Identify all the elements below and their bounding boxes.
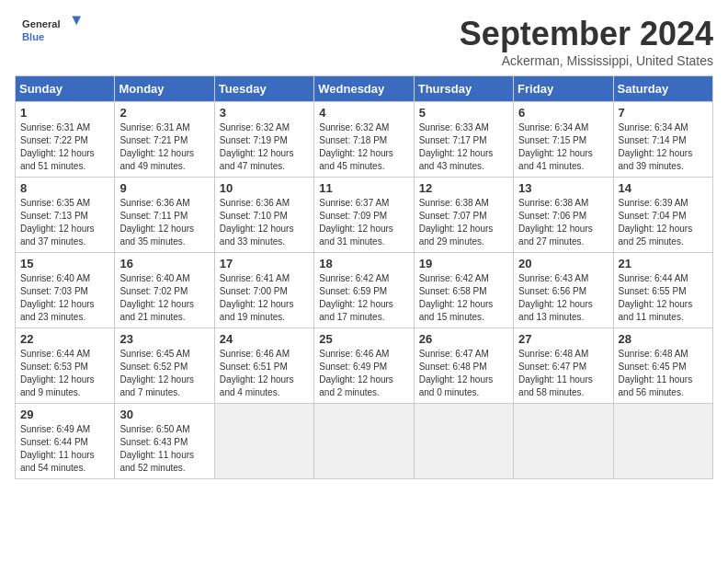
day-cell: 19Sunrise: 6:42 AMSunset: 6:58 PMDayligh… bbox=[414, 253, 513, 328]
day-cell: 9Sunrise: 6:36 AMSunset: 7:11 PMDaylight… bbox=[115, 178, 214, 253]
day-cell bbox=[613, 404, 712, 479]
day-cell: 21Sunrise: 6:44 AMSunset: 6:55 PMDayligh… bbox=[613, 253, 712, 328]
week-row-1: 8Sunrise: 6:35 AMSunset: 7:13 PMDaylight… bbox=[16, 178, 713, 253]
day-number: 8 bbox=[20, 181, 109, 195]
day-cell: 20Sunrise: 6:43 AMSunset: 6:56 PMDayligh… bbox=[514, 253, 613, 328]
week-row-2: 15Sunrise: 6:40 AMSunset: 7:03 PMDayligh… bbox=[16, 253, 713, 328]
day-info: Sunrise: 6:47 AMSunset: 6:48 PMDaylight:… bbox=[419, 348, 508, 399]
svg-marker-2 bbox=[72, 17, 81, 26]
day-info: Sunrise: 6:36 AMSunset: 7:10 PMDaylight:… bbox=[220, 197, 309, 248]
day-info: Sunrise: 6:46 AMSunset: 6:49 PMDaylight:… bbox=[319, 348, 408, 399]
day-cell: 8Sunrise: 6:35 AMSunset: 7:13 PMDaylight… bbox=[16, 178, 115, 253]
day-number: 30 bbox=[119, 408, 209, 421]
day-cell bbox=[514, 404, 613, 479]
day-info: Sunrise: 6:32 AMSunset: 7:19 PMDaylight:… bbox=[220, 121, 309, 173]
day-number: 12 bbox=[419, 181, 508, 195]
location: Ackerman, Mississippi, United States bbox=[460, 53, 713, 68]
day-cell: 7Sunrise: 6:34 AMSunset: 7:14 PMDaylight… bbox=[613, 102, 712, 178]
day-info: Sunrise: 6:38 AMSunset: 7:07 PMDaylight:… bbox=[419, 197, 508, 248]
day-number: 27 bbox=[518, 332, 608, 346]
day-number: 9 bbox=[119, 181, 209, 195]
day-cell: 4Sunrise: 6:32 AMSunset: 7:18 PMDaylight… bbox=[314, 102, 414, 178]
day-info: Sunrise: 6:46 AMSunset: 6:51 PMDaylight:… bbox=[220, 348, 309, 399]
day-cell: 5Sunrise: 6:33 AMSunset: 7:17 PMDaylight… bbox=[414, 102, 513, 178]
day-number: 20 bbox=[518, 257, 608, 270]
day-info: Sunrise: 6:33 AMSunset: 7:17 PMDaylight:… bbox=[419, 121, 508, 173]
day-info: Sunrise: 6:38 AMSunset: 7:06 PMDaylight:… bbox=[518, 197, 608, 248]
svg-text:General: General bbox=[22, 18, 61, 29]
day-number: 24 bbox=[220, 332, 309, 346]
day-cell: 30Sunrise: 6:50 AMSunset: 6:43 PMDayligh… bbox=[115, 404, 214, 479]
day-cell: 3Sunrise: 6:32 AMSunset: 7:19 PMDaylight… bbox=[214, 102, 313, 178]
day-number: 22 bbox=[20, 332, 109, 346]
day-number: 16 bbox=[119, 257, 209, 270]
week-row-4: 29Sunrise: 6:49 AMSunset: 6:44 PMDayligh… bbox=[16, 404, 713, 479]
day-info: Sunrise: 6:40 AMSunset: 7:03 PMDaylight:… bbox=[20, 272, 109, 324]
day-number: 21 bbox=[619, 257, 708, 270]
day-info: Sunrise: 6:43 AMSunset: 6:56 PMDaylight:… bbox=[518, 272, 608, 324]
day-number: 17 bbox=[220, 257, 309, 270]
day-cell: 28Sunrise: 6:48 AMSunset: 6:45 PMDayligh… bbox=[613, 328, 712, 404]
header-cell-friday: Friday bbox=[514, 76, 613, 102]
header-cell-sunday: Sunday bbox=[16, 76, 115, 102]
day-number: 6 bbox=[518, 106, 608, 120]
day-cell: 23Sunrise: 6:45 AMSunset: 6:52 PMDayligh… bbox=[115, 328, 214, 404]
day-number: 25 bbox=[319, 332, 408, 346]
header-cell-saturday: Saturday bbox=[613, 76, 712, 102]
day-cell: 13Sunrise: 6:38 AMSunset: 7:06 PMDayligh… bbox=[514, 178, 613, 253]
day-info: Sunrise: 6:32 AMSunset: 7:18 PMDaylight:… bbox=[319, 121, 408, 173]
day-number: 3 bbox=[220, 106, 309, 120]
day-number: 10 bbox=[220, 181, 309, 195]
day-info: Sunrise: 6:40 AMSunset: 7:02 PMDaylight:… bbox=[119, 272, 209, 324]
day-info: Sunrise: 6:50 AMSunset: 6:43 PMDaylight:… bbox=[119, 423, 209, 475]
day-number: 29 bbox=[20, 408, 109, 421]
day-info: Sunrise: 6:31 AMSunset: 7:22 PMDaylight:… bbox=[20, 121, 109, 173]
day-cell: 17Sunrise: 6:41 AMSunset: 7:00 PMDayligh… bbox=[214, 253, 313, 328]
week-row-3: 22Sunrise: 6:44 AMSunset: 6:53 PMDayligh… bbox=[16, 328, 713, 404]
day-info: Sunrise: 6:44 AMSunset: 6:53 PMDaylight:… bbox=[20, 348, 109, 399]
day-cell bbox=[414, 404, 513, 479]
day-number: 15 bbox=[20, 257, 109, 270]
day-info: Sunrise: 6:41 AMSunset: 7:00 PMDaylight:… bbox=[220, 272, 309, 324]
day-info: Sunrise: 6:31 AMSunset: 7:21 PMDaylight:… bbox=[119, 121, 209, 173]
day-number: 23 bbox=[119, 332, 209, 346]
day-cell: 10Sunrise: 6:36 AMSunset: 7:10 PMDayligh… bbox=[214, 178, 313, 253]
day-info: Sunrise: 6:42 AMSunset: 6:59 PMDaylight:… bbox=[319, 272, 408, 324]
header-cell-tuesday: Tuesday bbox=[214, 76, 313, 102]
day-cell: 16Sunrise: 6:40 AMSunset: 7:02 PMDayligh… bbox=[115, 253, 214, 328]
day-cell: 22Sunrise: 6:44 AMSunset: 6:53 PMDayligh… bbox=[16, 328, 115, 404]
day-info: Sunrise: 6:45 AMSunset: 6:52 PMDaylight:… bbox=[119, 348, 209, 399]
svg-text:Blue: Blue bbox=[22, 31, 44, 42]
day-info: Sunrise: 6:48 AMSunset: 6:45 PMDaylight:… bbox=[619, 348, 708, 399]
day-cell: 26Sunrise: 6:47 AMSunset: 6:48 PMDayligh… bbox=[414, 328, 513, 404]
header-cell-thursday: Thursday bbox=[414, 76, 513, 102]
day-number: 7 bbox=[619, 106, 708, 120]
day-info: Sunrise: 6:36 AMSunset: 7:11 PMDaylight:… bbox=[119, 197, 209, 248]
day-number: 13 bbox=[518, 181, 608, 195]
day-cell: 27Sunrise: 6:48 AMSunset: 6:47 PMDayligh… bbox=[514, 328, 613, 404]
day-info: Sunrise: 6:34 AMSunset: 7:15 PMDaylight:… bbox=[518, 121, 608, 173]
day-info: Sunrise: 6:42 AMSunset: 6:58 PMDaylight:… bbox=[419, 272, 508, 324]
month-title: September 2024 bbox=[460, 15, 713, 53]
day-info: Sunrise: 6:39 AMSunset: 7:04 PMDaylight:… bbox=[619, 197, 708, 248]
day-number: 14 bbox=[619, 181, 708, 195]
day-cell: 6Sunrise: 6:34 AMSunset: 7:15 PMDaylight… bbox=[514, 102, 613, 178]
day-cell: 15Sunrise: 6:40 AMSunset: 7:03 PMDayligh… bbox=[16, 253, 115, 328]
day-cell: 18Sunrise: 6:42 AMSunset: 6:59 PMDayligh… bbox=[314, 253, 414, 328]
day-cell bbox=[214, 404, 313, 479]
page-header: General Blue September 2024 Ackerman, Mi… bbox=[15, 15, 713, 68]
header-cell-monday: Monday bbox=[115, 76, 214, 102]
day-cell: 1Sunrise: 6:31 AMSunset: 7:22 PMDaylight… bbox=[16, 102, 115, 178]
day-number: 28 bbox=[619, 332, 708, 346]
day-cell: 29Sunrise: 6:49 AMSunset: 6:44 PMDayligh… bbox=[16, 404, 115, 479]
day-number: 5 bbox=[419, 106, 508, 120]
day-number: 26 bbox=[419, 332, 508, 346]
day-info: Sunrise: 6:37 AMSunset: 7:09 PMDaylight:… bbox=[319, 197, 408, 248]
day-number: 4 bbox=[319, 106, 408, 120]
day-info: Sunrise: 6:44 AMSunset: 6:55 PMDaylight:… bbox=[619, 272, 708, 324]
day-info: Sunrise: 6:48 AMSunset: 6:47 PMDaylight:… bbox=[518, 348, 608, 399]
day-number: 18 bbox=[319, 257, 408, 270]
day-cell: 25Sunrise: 6:46 AMSunset: 6:49 PMDayligh… bbox=[314, 328, 414, 404]
day-number: 1 bbox=[20, 106, 109, 120]
day-cell bbox=[314, 404, 414, 479]
